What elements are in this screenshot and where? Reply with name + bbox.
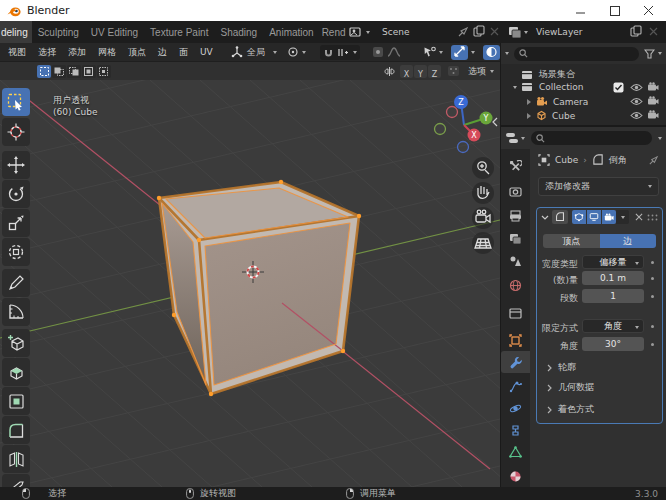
tool-options-dropdown[interactable]: 选项 bbox=[468, 65, 494, 78]
angle-field[interactable]: 30° bbox=[582, 337, 644, 351]
minimize-button[interactable] bbox=[564, 0, 598, 21]
tool-loop-cut[interactable] bbox=[2, 445, 30, 473]
workspace-tab-modeling[interactable]: deling bbox=[0, 21, 32, 43]
snap-settings[interactable] bbox=[320, 45, 360, 60]
menu-mesh[interactable]: 网格 bbox=[92, 46, 122, 59]
mirror-x-button[interactable]: X bbox=[400, 65, 413, 78]
tool-cursor[interactable] bbox=[2, 118, 30, 146]
workspace-tab-uv-editing[interactable]: UV Editing bbox=[85, 21, 144, 43]
tool-transform[interactable] bbox=[2, 238, 30, 266]
collection-render-camera-icon[interactable] bbox=[647, 82, 659, 92]
menu-add[interactable]: 添加 bbox=[62, 46, 92, 59]
tool-rotate[interactable] bbox=[2, 180, 30, 208]
modifier-expand-arrow[interactable] bbox=[541, 215, 549, 220]
tab-collection[interactable] bbox=[501, 302, 530, 324]
transform-orientation-dropdown[interactable]: 全局 bbox=[231, 46, 277, 59]
sidebar-toggle-arrow[interactable] bbox=[493, 118, 497, 126]
add-modifier-dropdown[interactable]: 添加修改器 bbox=[538, 177, 659, 196]
modifier-drag-handle[interactable] bbox=[647, 214, 658, 221]
mirror-y-button[interactable]: Y bbox=[414, 65, 427, 78]
collection-checkbox[interactable] bbox=[613, 82, 624, 93]
tool-bevel[interactable] bbox=[2, 416, 30, 444]
breadcrumb-object[interactable]: Cube bbox=[555, 155, 578, 165]
select-mode-extend-button[interactable] bbox=[52, 65, 66, 78]
tool-extrude-region[interactable] bbox=[2, 358, 30, 386]
pin-id-icon[interactable] bbox=[648, 155, 659, 166]
select-mode-subtract-button[interactable] bbox=[67, 65, 81, 78]
tab-particles[interactable] bbox=[501, 375, 530, 397]
modifier-close-icon[interactable] bbox=[635, 213, 643, 221]
menu-uv[interactable]: UV bbox=[194, 47, 219, 57]
mirror-z-button[interactable]: Z bbox=[428, 65, 441, 78]
tab-tool[interactable] bbox=[501, 155, 530, 177]
cube-render-camera-icon[interactable] bbox=[647, 110, 659, 120]
tab-render[interactable] bbox=[501, 181, 530, 203]
tool-annotate[interactable] bbox=[2, 269, 30, 297]
properties-editor-icon[interactable] bbox=[505, 132, 519, 144]
section-geometry[interactable]: 几何数据 bbox=[547, 381, 594, 394]
workspace-tab-texture-paint[interactable]: Texture Paint bbox=[144, 21, 214, 43]
collection-hide-eye-icon[interactable] bbox=[630, 83, 643, 92]
segments-field[interactable]: 1 bbox=[582, 289, 644, 303]
tab-modifiers[interactable] bbox=[501, 351, 530, 373]
tab-scene[interactable] bbox=[501, 250, 530, 272]
modifier-display-editmode-toggle[interactable] bbox=[572, 210, 586, 224]
tab-world[interactable] bbox=[501, 274, 530, 296]
outliner-item-scene-collection[interactable]: 场景集合 bbox=[521, 68, 575, 81]
close-button[interactable] bbox=[632, 0, 666, 21]
modifier-display-render-toggle[interactable] bbox=[602, 210, 616, 224]
tool-knife[interactable] bbox=[2, 474, 30, 487]
breadcrumb-modifier[interactable]: 倒角 bbox=[609, 154, 627, 167]
camera-hide-eye-icon[interactable] bbox=[630, 97, 643, 106]
pin-icon[interactable] bbox=[457, 26, 469, 38]
properties-editor-dropdown[interactable] bbox=[521, 137, 525, 140]
pivot-point-dropdown[interactable] bbox=[287, 46, 306, 58]
bevel-affect-edges-tab[interactable]: 边 bbox=[600, 234, 657, 248]
filter-icon[interactable] bbox=[644, 49, 655, 59]
xray-toggle[interactable] bbox=[483, 45, 500, 60]
tab-physics[interactable] bbox=[501, 397, 530, 419]
menu-view[interactable]: 视图 bbox=[2, 46, 32, 59]
workspace-tab-animation[interactable]: Animation bbox=[263, 21, 319, 43]
workspace-tab-rendering[interactable]: Rend bbox=[320, 21, 348, 43]
outliner-item-cube[interactable]: Cube bbox=[527, 110, 575, 121]
properties-search-input[interactable] bbox=[531, 131, 652, 145]
tool-inset-faces[interactable] bbox=[2, 387, 30, 415]
new-scene-icon[interactable] bbox=[473, 25, 486, 37]
outliner-item-collection[interactable]: Collection bbox=[513, 82, 584, 92]
tab-constraints[interactable] bbox=[501, 419, 530, 441]
tab-output[interactable] bbox=[501, 205, 530, 227]
tool-add-cube[interactable] bbox=[2, 329, 30, 357]
menu-select[interactable]: 选择 bbox=[32, 46, 62, 59]
bevel-affect-vertices-tab[interactable]: 顶点 bbox=[543, 234, 600, 248]
workspace-tab-shading[interactable]: Shading bbox=[214, 21, 263, 43]
tab-view-layer[interactable] bbox=[501, 228, 530, 250]
menu-face[interactable]: 面 bbox=[173, 46, 194, 59]
properties-options-dropdown[interactable] bbox=[658, 137, 662, 140]
tool-scale[interactable] bbox=[2, 209, 30, 237]
viewlayer-selector[interactable]: ViewLayer bbox=[508, 21, 582, 43]
maximize-button[interactable] bbox=[598, 0, 632, 21]
select-mode-invert-button[interactable] bbox=[82, 65, 96, 78]
workspace-tab-sculpting[interactable]: Sculpting bbox=[32, 21, 85, 43]
select-mode-intersect-button[interactable] bbox=[97, 65, 111, 78]
show-gizmo-dropdown[interactable] bbox=[423, 46, 443, 58]
tool-move[interactable] bbox=[2, 151, 30, 179]
modifier-display-realtime-toggle[interactable] bbox=[587, 210, 601, 224]
menu-vertex[interactable]: 顶点 bbox=[122, 46, 152, 59]
show-overlays-toggle[interactable] bbox=[451, 45, 468, 60]
filter-dropdown[interactable] bbox=[658, 52, 662, 55]
section-shading[interactable]: 着色方式 bbox=[547, 403, 594, 416]
section-profile[interactable]: 轮廓 bbox=[547, 361, 576, 374]
menu-edge[interactable]: 边 bbox=[152, 46, 173, 59]
tab-object-data[interactable] bbox=[501, 441, 530, 463]
tool-select-box[interactable] bbox=[2, 88, 30, 116]
modifier-extras-dropdown[interactable] bbox=[616, 210, 629, 224]
width-type-dropdown[interactable]: 偏移量 bbox=[582, 255, 644, 269]
new-viewlayer-icon[interactable] bbox=[630, 25, 643, 37]
camera-render-camera-icon[interactable] bbox=[647, 96, 659, 106]
cube-object[interactable] bbox=[157, 180, 361, 396]
amount-field[interactable]: 0.1 m bbox=[582, 271, 644, 285]
tab-object[interactable] bbox=[501, 329, 530, 351]
collection-expand-arrow[interactable] bbox=[513, 86, 517, 89]
